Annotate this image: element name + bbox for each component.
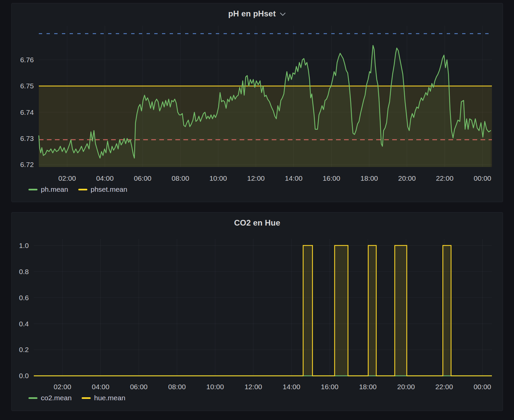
y-tick-label: 1.0 — [19, 242, 29, 249]
co2-chart-legend: co2.meanhue.mean — [28, 394, 125, 402]
legend-label: phset.mean — [91, 185, 127, 194]
legend-item-phset-mean[interactable]: phset.mean — [78, 185, 127, 194]
y-tick-label: 6.76 — [20, 56, 34, 64]
hue-mean-pulse-fill — [335, 245, 348, 376]
chevron-down-icon[interactable] — [279, 12, 286, 17]
x-tick-label: 16:00 — [323, 174, 340, 182]
ph-chart-plot-area[interactable]: 6.726.736.746.756.7602:0004:0006:0008:00… — [12, 3, 503, 186]
y-tick-label: 0.8 — [19, 268, 29, 275]
ph-chart-legend: ph.meanphset.mean — [28, 185, 127, 194]
x-tick-label: 18:00 — [360, 174, 378, 182]
x-tick-label: 20:00 — [398, 174, 416, 182]
panel-ph-title: pH en pHset — [228, 9, 276, 18]
x-tick-label: 00:00 — [474, 174, 492, 182]
x-tick-label: 06:00 — [130, 383, 148, 391]
panel-ph-header[interactable]: pH en pHset — [12, 3, 503, 24]
chart-canvas: 0.00.20.40.60.81.002:0004:0006:0008:0010… — [12, 213, 503, 395]
x-tick-label: 08:00 — [168, 383, 186, 391]
legend-swatch — [78, 189, 87, 190]
x-tick-label: 00:00 — [474, 383, 491, 391]
legend-label: ph.mean — [41, 185, 68, 194]
y-tick-label: 6.73 — [20, 135, 34, 142]
y-tick-label: 0.4 — [19, 320, 29, 328]
x-tick-label: 02:00 — [58, 174, 76, 182]
chart-canvas: 6.726.736.746.756.7602:0004:0006:0008:00… — [12, 3, 503, 186]
x-tick-label: 22:00 — [436, 174, 454, 182]
legend-item-hue-mean[interactable]: hue.mean — [82, 394, 125, 402]
legend-swatch — [28, 189, 37, 190]
x-tick-label: 08:00 — [172, 174, 189, 182]
hue-mean-series-line — [34, 245, 492, 376]
panel-co2-title: CO2 en Hue — [234, 218, 280, 228]
x-tick-label: 04:00 — [96, 174, 114, 182]
x-tick-label: 18:00 — [359, 383, 377, 391]
hue-mean-pulse-fill — [443, 245, 451, 376]
legend-label: co2.mean — [41, 394, 72, 402]
legend-item-co2-mean[interactable]: co2.mean — [28, 394, 72, 402]
hue-mean-pulse-fill — [395, 245, 407, 376]
x-tick-label: 20:00 — [397, 383, 415, 391]
y-tick-label: 6.75 — [20, 82, 34, 90]
x-tick-label: 02:00 — [54, 383, 71, 391]
co2-chart-plot-area[interactable]: 0.00.20.40.60.81.002:0004:0006:0008:0010… — [12, 213, 503, 395]
y-tick-label: 6.72 — [20, 161, 34, 168]
y-tick-label: 0.6 — [19, 294, 29, 302]
x-tick-label: 12:00 — [245, 383, 262, 391]
x-tick-label: 04:00 — [92, 383, 109, 391]
y-tick-label: 0.2 — [19, 346, 29, 353]
legend-label: hue.mean — [94, 394, 125, 402]
x-tick-label: 16:00 — [321, 383, 339, 391]
legend-swatch — [28, 397, 37, 399]
x-tick-label: 22:00 — [435, 383, 453, 391]
x-tick-label: 06:00 — [134, 174, 152, 182]
panel-ph: pH en pHset 6.726.736.746.756.7602:0004:… — [11, 3, 503, 202]
legend-swatch — [82, 397, 91, 399]
hue-mean-pulse-fill — [303, 245, 313, 376]
legend-item-ph-mean[interactable]: ph.mean — [28, 185, 68, 194]
x-tick-label: 14:00 — [285, 174, 303, 182]
x-tick-label: 12:00 — [247, 174, 265, 182]
panel-co2-header[interactable]: CO2 en Hue — [12, 213, 503, 233]
x-tick-label: 14:00 — [283, 383, 301, 391]
y-tick-label: 6.74 — [20, 108, 34, 116]
x-tick-label: 10:00 — [209, 174, 227, 182]
hue-mean-pulse-fill — [368, 245, 376, 376]
panel-co2: CO2 en Hue 0.00.20.40.60.81.002:0004:000… — [11, 212, 503, 411]
x-tick-label: 10:00 — [206, 383, 224, 391]
y-tick-label: 0.0 — [19, 372, 29, 380]
